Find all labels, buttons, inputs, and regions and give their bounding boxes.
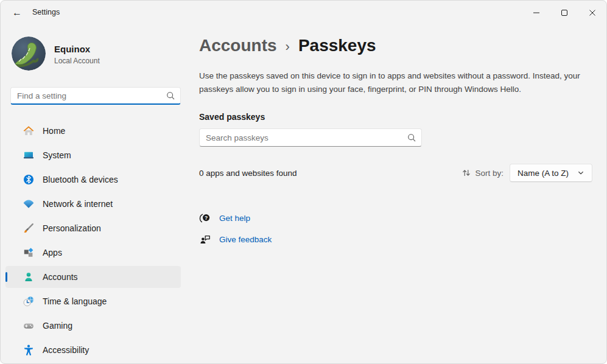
minimize-button[interactable] bbox=[522, 1, 550, 25]
search-icon bbox=[166, 91, 175, 100]
search-icon bbox=[407, 133, 416, 142]
results-count: 0 apps and websites found bbox=[199, 169, 297, 178]
sidebar-item-label: Accessibility bbox=[43, 345, 89, 355]
sidebar-item-network-internet[interactable]: Network & internet bbox=[5, 193, 181, 215]
minimize-icon bbox=[533, 9, 540, 16]
close-icon bbox=[589, 9, 596, 16]
titlebar: ← Settings bbox=[1, 1, 606, 25]
sidebar-item-label: Accounts bbox=[43, 272, 78, 282]
sort-dropdown[interactable]: Name (A to Z) bbox=[510, 164, 592, 182]
give-feedback-link[interactable]: Give feedback bbox=[219, 235, 272, 244]
close-button[interactable] bbox=[578, 1, 606, 25]
sidebar-item-label: Home bbox=[43, 126, 65, 136]
sidebar-item-personalization[interactable]: Personalization bbox=[5, 217, 181, 239]
sidebar-item-accessibility[interactable]: Accessibility bbox=[5, 339, 181, 361]
time-language-icon bbox=[23, 295, 35, 307]
breadcrumb-accounts[interactable]: Accounts bbox=[199, 36, 277, 55]
page-description: Use the passkeys saved on this device to… bbox=[199, 69, 592, 96]
maximize-button[interactable] bbox=[550, 1, 578, 25]
breadcrumb-separator: › bbox=[286, 39, 290, 55]
maximize-icon bbox=[561, 9, 568, 16]
avatar[interactable] bbox=[12, 37, 46, 71]
search-passkeys-box[interactable] bbox=[199, 128, 422, 147]
sidebar-item-label: Bluetooth & devices bbox=[43, 175, 118, 184]
sidebar-item-label: Apps bbox=[43, 248, 62, 257]
sort-arrows-icon bbox=[461, 168, 471, 178]
sort-selected-value: Name (A to Z) bbox=[518, 169, 569, 178]
get-help-link[interactable]: Get help bbox=[219, 214, 250, 223]
sidebar-item-label: Personalization bbox=[43, 223, 101, 233]
saved-passkeys-label: Saved passkeys bbox=[199, 112, 265, 122]
back-arrow-icon: ← bbox=[12, 7, 22, 18]
sidebar-item-label: Time & language bbox=[43, 296, 107, 306]
user-account-type: Local Account bbox=[54, 57, 100, 65]
give-feedback-row: Give feedback bbox=[199, 233, 272, 246]
sidebar-item-label: System bbox=[43, 150, 71, 160]
search-passkeys-input[interactable] bbox=[206, 133, 407, 142]
results-row: 0 apps and websites found Sort by: Name … bbox=[199, 164, 592, 182]
find-a-setting-searchbox[interactable] bbox=[10, 87, 181, 105]
get-help-icon: ? bbox=[199, 212, 211, 224]
caterpillar-avatar-image bbox=[12, 37, 46, 71]
sidebar-item-accounts[interactable]: Accounts bbox=[5, 266, 181, 288]
settings-window: ← Settings bbox=[0, 0, 607, 364]
chevron-down-icon bbox=[577, 169, 584, 177]
sidebar-item-label: Gaming bbox=[43, 321, 72, 331]
sidebar-item-apps[interactable]: Apps bbox=[5, 242, 181, 264]
selection-pill bbox=[5, 272, 7, 282]
app-title: Settings bbox=[32, 8, 60, 16]
sort-by-label: Sort by: bbox=[475, 169, 503, 178]
accounts-icon bbox=[23, 271, 35, 283]
breadcrumb: Accounts › Passkeys bbox=[199, 36, 376, 55]
bluetooth-icon bbox=[23, 173, 35, 186]
sidebar-nav: Home System Bluetooth & devices bbox=[5, 120, 181, 363]
back-button[interactable]: ← bbox=[8, 5, 26, 21]
gaming-icon bbox=[23, 320, 35, 332]
user-name: Equinox bbox=[54, 44, 90, 54]
give-feedback-icon bbox=[199, 233, 211, 245]
get-help-row: ? Get help bbox=[199, 211, 272, 225]
apps-icon bbox=[23, 247, 35, 259]
system-icon bbox=[23, 149, 35, 161]
sidebar-item-time-language[interactable]: Time & language bbox=[5, 290, 181, 312]
help-links: ? Get help Give feedback bbox=[199, 211, 272, 254]
sidebar-item-home[interactable]: Home bbox=[5, 120, 181, 142]
sidebar-item-system[interactable]: System bbox=[5, 144, 181, 166]
svg-text:?: ? bbox=[205, 215, 208, 221]
sidebar-item-bluetooth-devices[interactable]: Bluetooth & devices bbox=[5, 169, 181, 191]
sort-group: Sort by: Name (A to Z) bbox=[461, 164, 592, 182]
personalization-icon bbox=[23, 222, 35, 234]
window-controls bbox=[522, 1, 606, 25]
home-icon bbox=[23, 125, 35, 137]
sidebar-item-label: Network & internet bbox=[43, 199, 113, 209]
accessibility-icon bbox=[23, 344, 35, 356]
network-icon bbox=[23, 198, 35, 210]
page-title: Passkeys bbox=[298, 36, 376, 55]
search-input[interactable] bbox=[17, 91, 166, 100]
sidebar-item-gaming[interactable]: Gaming bbox=[5, 315, 181, 337]
